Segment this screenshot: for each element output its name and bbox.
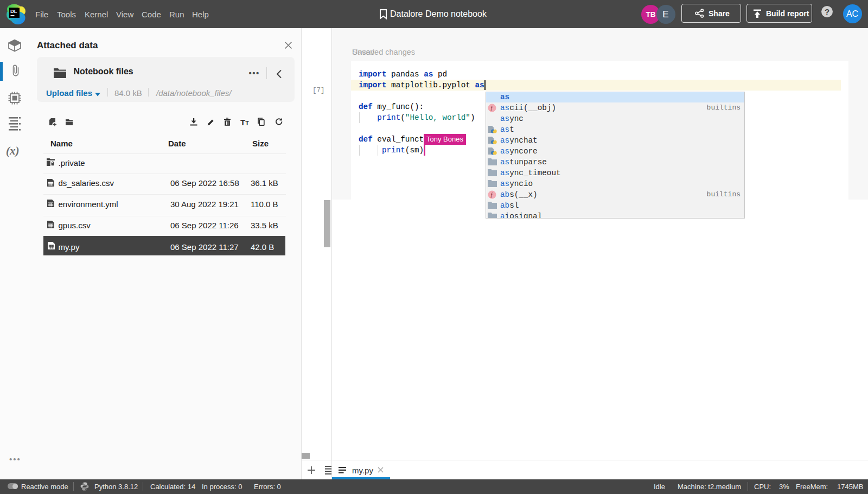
svg-text:DL: DL xyxy=(10,8,17,14)
